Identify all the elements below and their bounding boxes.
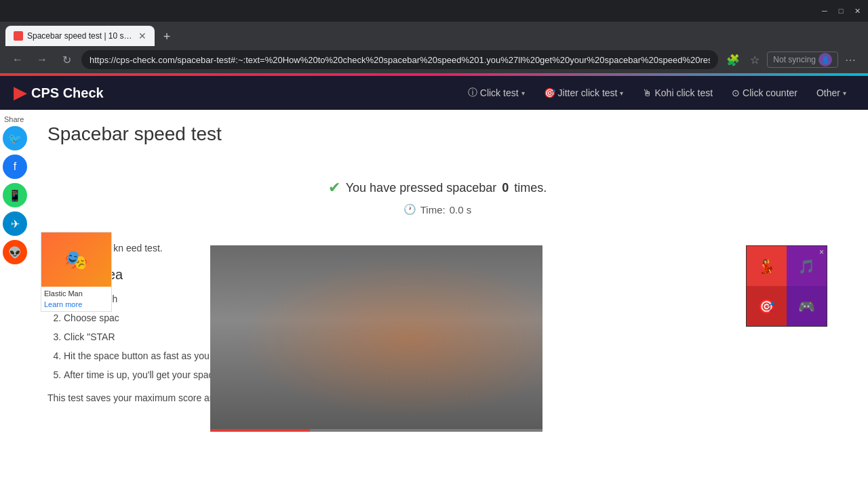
page-title: Spacebar speed test [47, 123, 827, 145]
small-ad-left: 🎭 Elastic Man Learn more [41, 232, 112, 312]
forward-button[interactable]: → [33, 50, 52, 69]
share-sidebar: Share 🐦 f 📱 ✈ 👽 [0, 110, 30, 274]
tab-title: Spacebar speed test | 10 secon... [27, 31, 134, 41]
sync-label: Not syncing [773, 55, 816, 64]
site-wrapper: ▶ CPS Check ⓘ Click test ▾ 🎯 Jitter clic… [0, 73, 868, 488]
share-label: Share [3, 115, 24, 123]
site-navigation: ▶ CPS Check ⓘ Click test ▾ 🎯 Jitter clic… [0, 76, 868, 110]
share-reddit-button[interactable]: 👽 [3, 240, 27, 264]
url-input[interactable] [81, 50, 718, 69]
page-body: Share 🐦 f 📱 ✈ 👽 Spacebar speed test ✔ Yo… [0, 110, 868, 417]
share-facebook-button[interactable]: f [3, 155, 27, 179]
small-ad-image: 🎭 [41, 232, 111, 287]
press-count: 0 [502, 181, 509, 195]
press-info: ✔ You have pressed spacebar 0 times. [328, 179, 547, 197]
close-button[interactable]: ✕ [852, 5, 863, 16]
other-label: Other [816, 87, 840, 98]
video-progress-bar [210, 429, 542, 432]
logo-icon: ▶ [14, 83, 26, 102]
nav-click-counter[interactable]: ⊙ Click counter [724, 83, 806, 102]
address-bar: ← → ↻ 🧩 ☆ Not syncing 👤 ⋯ [0, 46, 868, 73]
favorites-button[interactable]: ☆ [745, 50, 764, 69]
ad-overlay-right: × 💃 🎵 🎯 🎮 [746, 245, 827, 327]
kohi-icon: 🖱 [642, 87, 652, 98]
counter-label: Click counter [743, 87, 797, 98]
nav-click-test[interactable]: ⓘ Click test ▾ [460, 83, 533, 103]
share-telegram-button[interactable]: ✈ [3, 211, 27, 236]
video-content [210, 245, 542, 432]
extensions-button[interactable]: 🧩 [724, 50, 743, 69]
new-tab-button[interactable]: + [157, 27, 176, 46]
share-whatsapp-button[interactable]: 📱 [3, 183, 27, 207]
tab-close-button[interactable]: ✕ [138, 30, 146, 41]
active-tab[interactable]: Spacebar speed test | 10 secon... ✕ [5, 26, 155, 46]
window-controls: ─ □ ✕ [819, 5, 863, 16]
video-overlay[interactable] [210, 245, 542, 432]
jitter-icon: 🎯 [544, 87, 555, 98]
click-test-label: Click test [480, 87, 519, 98]
timer-label: Time: [420, 204, 446, 216]
keyboard-image [210, 245, 542, 432]
jitter-dropdown-icon: ▾ [620, 89, 623, 97]
other-dropdown-icon: ▾ [843, 89, 846, 97]
menu-button[interactable]: ⋯ [841, 50, 860, 69]
ad-tile-4[interactable]: 🎮 [787, 286, 827, 326]
click-test-icon: ⓘ [468, 87, 477, 99]
test-area: ✔ You have pressed spacebar 0 times. 🕐 T… [47, 165, 827, 229]
timer-info: 🕐 Time: 0.0 s [403, 203, 471, 216]
desc-end: eed test. [126, 243, 163, 253]
browser-chrome: ─ □ ✕ Spacebar speed test | 10 secon... … [0, 0, 868, 73]
ad-tile-3[interactable]: 🎯 [747, 286, 787, 326]
maximize-button[interactable]: □ [835, 5, 846, 16]
small-ad-learn-more[interactable]: Learn more [41, 299, 111, 311]
nav-jitter-click-test[interactable]: 🎯 Jitter click test ▾ [536, 83, 632, 102]
tab-favicon [14, 31, 23, 41]
logo-text: CPS Check [31, 85, 104, 101]
timer-value: 0.0 s [450, 204, 472, 216]
title-bar: ─ □ ✕ [0, 0, 868, 22]
back-button[interactable]: ← [8, 50, 27, 69]
site-logo[interactable]: ▶ CPS Check [14, 83, 104, 102]
kohi-label: Kohi click test [654, 87, 713, 98]
small-ad-game-name: Elastic Man [41, 287, 111, 299]
press-prefix: You have pressed spacebar [346, 181, 497, 195]
share-twitter-button[interactable]: 🐦 [3, 126, 27, 150]
ad-content: 💃 🎵 🎯 🎮 [747, 246, 827, 326]
ad-tile-1[interactable]: 💃 [747, 246, 787, 286]
ad-close-button[interactable]: × [819, 247, 824, 257]
click-test-dropdown-icon: ▾ [521, 89, 525, 97]
nav-links: ⓘ Click test ▾ 🎯 Jitter click test ▾ 🖱 K… [460, 83, 854, 103]
profile-icon: 👤 [818, 53, 832, 66]
tab-bar: Spacebar speed test | 10 secon... ✕ + [0, 22, 868, 46]
sync-button[interactable]: Not syncing 👤 [767, 52, 838, 68]
counter-icon: ⊙ [732, 87, 740, 98]
browser-actions: 🧩 ☆ Not syncing 👤 ⋯ [724, 50, 860, 69]
check-icon: ✔ [328, 179, 340, 197]
minimize-button[interactable]: ─ [819, 5, 830, 16]
nav-kohi-click-test[interactable]: 🖱 Kohi click test [634, 83, 721, 102]
press-suffix: times. [514, 181, 547, 195]
jitter-label: Jitter click test [558, 87, 618, 98]
nav-other[interactable]: Other ▾ [808, 83, 854, 102]
keyboard-overlay [210, 245, 542, 432]
clock-icon: 🕐 [403, 203, 416, 216]
video-progress-fill [210, 429, 310, 432]
refresh-button[interactable]: ↻ [57, 50, 76, 69]
